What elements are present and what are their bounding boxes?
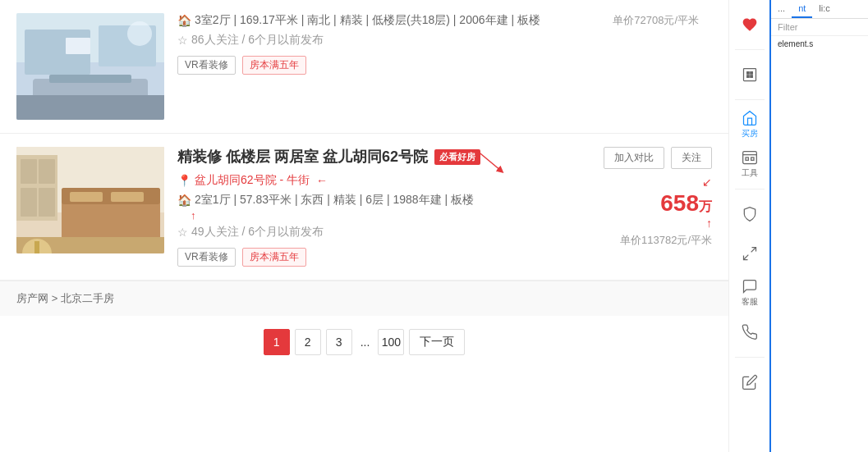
svg-rect-31 xyxy=(746,158,748,160)
listing-tags-2: VR看装修 房本满五年 xyxy=(177,248,567,267)
svg-rect-7 xyxy=(66,38,90,54)
right-sidebar: 买房 工具 客服 xyxy=(728,0,769,452)
devtools-panel: ... nt li:c Filter element.s xyxy=(769,0,868,452)
tools-icon[interactable]: 工具 xyxy=(732,146,768,182)
svg-rect-23 xyxy=(34,241,39,253)
unit-price-2: 单价113782元/平米 xyxy=(581,233,712,248)
svg-rect-24 xyxy=(743,69,755,81)
listing-title-2[interactable]: 精装修 低楼层 两居室 盆儿胡同62号院 必看好房 xyxy=(177,147,567,167)
svg-rect-5 xyxy=(49,75,131,83)
svg-rect-16 xyxy=(39,188,55,217)
pagination: 1 2 3 ... 100 下一页 xyxy=(0,316,728,368)
listing-follows-2: ☆ 49人关注 / 6个月以前发布 xyxy=(177,225,567,240)
breadcrumb-separator-1: > xyxy=(52,292,58,304)
devtools-tab-nt[interactable]: nt xyxy=(792,0,812,18)
listing-image-1[interactable] xyxy=(16,13,164,120)
follow-button[interactable]: 关注 xyxy=(671,147,712,169)
main-content: 🏠 3室2厅 | 169.17平米 | 南北 | 精装 | 低楼层(共18层) … xyxy=(0,0,728,452)
arrow-annotation-3: ↙ xyxy=(581,176,712,189)
svg-line-33 xyxy=(751,248,755,253)
sidebar-divider-2 xyxy=(735,99,765,100)
page-next-btn[interactable]: 下一页 xyxy=(409,329,465,355)
listing-follows-1: ☆ 86人关注 / 6个月以前发布 xyxy=(177,33,699,48)
arrow-annotation-4: ↑ xyxy=(581,217,712,230)
svg-point-8 xyxy=(127,21,152,46)
listing-item-1: 🏠 3室2厅 | 169.17平米 | 南北 | 精装 | 低楼层(共18层) … xyxy=(0,0,728,134)
svg-rect-13 xyxy=(21,159,37,184)
svg-line-34 xyxy=(743,255,748,260)
arrow-annotation-1: ← xyxy=(316,174,328,187)
phone-icon[interactable] xyxy=(732,314,768,350)
svg-rect-27 xyxy=(746,75,749,78)
building-icon[interactable] xyxy=(732,57,768,93)
listing-details-2: 🏠 2室1厅 | 57.83平米 | 东西 | 精装 | 6层 | 1988年建… xyxy=(177,193,567,208)
listing-price-2: 加入对比 关注 ↙ 658万 ↑ 单价113782元/平米 xyxy=(581,147,712,267)
svg-rect-20 xyxy=(111,192,144,202)
listing-tags-1: VR看装修 房本满五年 xyxy=(177,56,699,75)
svg-rect-6 xyxy=(16,95,164,120)
listing-image-2[interactable] xyxy=(16,147,164,253)
must-see-badge: 必看好房 xyxy=(434,149,480,165)
sidebar-divider-3 xyxy=(735,189,765,189)
devtools-tabs: ... nt li:c xyxy=(771,0,868,19)
listing-details-1: 🏠 3室2厅 | 169.17平米 | 南北 | 精装 | 低楼层(共18层) … xyxy=(177,13,699,28)
devtools-tab-dots[interactable]: ... xyxy=(771,0,792,18)
buy-house-label: 买房 xyxy=(742,128,758,139)
edit-icon[interactable] xyxy=(732,364,768,400)
devtools-content: element.s xyxy=(771,36,868,52)
buy-house-icon[interactable]: 买房 xyxy=(732,107,768,143)
svg-rect-32 xyxy=(751,158,753,160)
breadcrumb: 房产网 > 北京二手房 xyxy=(0,281,728,316)
svg-rect-15 xyxy=(21,188,37,217)
devtools-filter-label: Filter xyxy=(771,19,868,36)
house-icon-2: 🏠 xyxy=(177,194,191,207)
star-icon-2: ☆ xyxy=(177,226,188,239)
svg-rect-28 xyxy=(750,75,752,78)
vr-tag-1[interactable]: VR看装修 xyxy=(177,56,236,75)
arrow-annotation-2: ↑ xyxy=(191,209,567,221)
page-btn-1[interactable]: 1 xyxy=(264,329,290,355)
svg-rect-26 xyxy=(750,72,752,75)
page-btn-100[interactable]: 100 xyxy=(378,329,404,355)
service-label: 客服 xyxy=(742,296,758,308)
five-year-tag-1[interactable]: 房本满五年 xyxy=(242,56,306,75)
listing-item-2: 精装修 低楼层 两居室 盆儿胡同62号院 必看好房 📍 盆儿胡同62号院 - 牛… xyxy=(0,134,728,281)
devtools-tab-lic[interactable]: li:c xyxy=(812,0,836,18)
five-year-tag-2[interactable]: 房本满五年 xyxy=(242,248,306,267)
sidebar-divider-4 xyxy=(735,357,765,358)
svg-rect-29 xyxy=(742,152,756,164)
svg-rect-14 xyxy=(39,159,55,184)
page-ellipsis: ... xyxy=(357,336,374,349)
listing-info-1: 🏠 3室2厅 | 169.17平米 | 南北 | 精装 | 低楼层(共18层) … xyxy=(164,13,712,120)
scan-icon[interactable] xyxy=(732,235,768,272)
tools-label: 工具 xyxy=(742,167,758,179)
breadcrumb-home[interactable]: 房产网 xyxy=(16,292,48,304)
breadcrumb-city[interactable]: 北京二手房 xyxy=(61,292,114,304)
house-icon-1: 🏠 xyxy=(177,14,191,27)
listing-address-2: 📍 盆儿胡同62号院 - 牛街 ← xyxy=(177,173,567,188)
star-icon-1: ☆ xyxy=(177,34,188,47)
sidebar-divider-1 xyxy=(735,49,765,50)
listing-info-2: 精装修 低楼层 两居室 盆儿胡同62号院 必看好房 📍 盆儿胡同62号院 - 牛… xyxy=(164,147,581,267)
page-btn-3[interactable]: 3 xyxy=(326,329,352,355)
shield-icon[interactable] xyxy=(732,196,768,232)
page-btn-2[interactable]: 2 xyxy=(295,329,321,355)
svg-rect-25 xyxy=(746,72,749,75)
location-icon-2: 📍 xyxy=(177,174,191,187)
favorite-icon[interactable] xyxy=(732,7,768,43)
service-icon[interactable]: 客服 xyxy=(732,275,768,311)
price-main-2: 658万 xyxy=(581,190,712,217)
compare-button[interactable]: 加入对比 xyxy=(604,147,664,169)
price-actions-2: 加入对比 关注 xyxy=(581,147,712,169)
svg-rect-19 xyxy=(70,192,103,202)
vr-tag-2[interactable]: VR看装修 xyxy=(177,248,236,267)
